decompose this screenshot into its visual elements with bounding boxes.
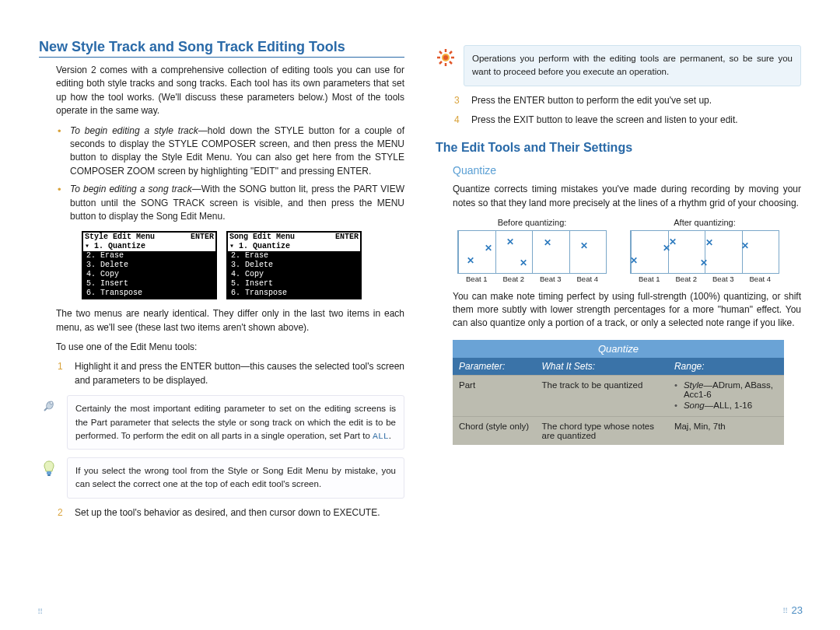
step-text: Highlight it and press the ENTER button—… — [75, 361, 404, 385]
svg-rect-2 — [47, 471, 51, 474]
step-text: Press the ENTER button to perform the ed… — [471, 95, 712, 106]
note-pin: Certainly the most important editing par… — [39, 395, 404, 450]
before-track: ✕ ✕ ✕ ✕ ✕ ✕ — [457, 230, 607, 274]
intro-text: Version 2 comes with a comprehensive col… — [56, 64, 404, 118]
svg-point-13 — [443, 55, 448, 60]
quantize-table: Quantize Parameter: What It Sets: Range:… — [453, 340, 784, 445]
bullet-song-track: To begin editing a song track—With the S… — [56, 183, 404, 223]
all-code: ALL — [373, 431, 389, 441]
bullet-lead: To begin editing a style track — [70, 125, 198, 136]
step-4: 4 Press the EXIT button to leave the scr… — [453, 114, 801, 127]
table-title: Quantize — [453, 340, 784, 358]
step-text: Set up the tool's behavior as desired, a… — [75, 507, 380, 518]
what-cell: The chord type whose notes are quantized — [536, 416, 668, 445]
step-number: 2 — [58, 506, 63, 520]
lightbulb-icon — [39, 457, 59, 478]
range-cell: Maj, Min, 7th — [668, 416, 784, 445]
after-track: ✕ ✕ ✕ ✕ ✕ ✕ — [630, 230, 779, 274]
step-2: 2 Set up the tool's behavior as desired,… — [56, 506, 404, 520]
param-cell: Chord (style only) — [453, 416, 536, 445]
quantize-intro: Quantize corrects timing mistakes you've… — [453, 183, 801, 210]
col-parameter: Parameter: — [453, 358, 536, 376]
warning-note: Operations you perform with the editing … — [436, 45, 801, 86]
menus-note: The two menus are nearly identical. They… — [56, 307, 404, 334]
step-number: 3 — [454, 94, 460, 107]
to-use-label: To use one of the Edit Menu tools: — [56, 341, 404, 354]
lcd-song-edit: Song Edit MenuENTER ▾ 1. Quantize 2. Era… — [226, 231, 362, 299]
thumbtack-icon — [39, 395, 59, 414]
svg-line-10 — [450, 61, 452, 64]
heading-main: New Style Track and Song Track Editing T… — [39, 39, 404, 58]
heading-edit-tools: The Edit Tools and Their Settings — [436, 141, 801, 155]
subheading-quantize: Quantize — [453, 164, 801, 177]
bullet-style-track: To begin editing a style track—hold down… — [56, 124, 404, 179]
lcd-screens: Style Edit MenuENTER ▾ 1. Quantize 2. Er… — [39, 231, 404, 299]
warning-text: Operations you perform with the editing … — [464, 45, 801, 86]
svg-line-9 — [439, 51, 442, 54]
before-caption: Before quantizing: — [457, 218, 607, 227]
col-range: Range: — [668, 358, 784, 376]
quantize-diagram: Before quantizing: ✕ ✕ ✕ ✕ ✕ ✕ Beat 1 — [436, 218, 801, 283]
lcd-style-edit: Style Edit MenuENTER ▾ 1. Quantize 2. Er… — [82, 231, 217, 299]
step-text: Press the EXIT button to leave the scree… — [471, 114, 738, 125]
svg-point-1 — [50, 401, 53, 404]
step-1: 1 Highlight it and press the ENTER butto… — [56, 360, 404, 387]
note-text: If you select the wrong tool from the St… — [67, 457, 404, 499]
warning-icon — [436, 45, 456, 67]
step-number: 1 — [58, 360, 63, 373]
after-caption: After quantizing: — [630, 218, 779, 227]
bullet-lead: To begin editing a song track — [70, 184, 192, 194]
page-number: ⠿23 — [782, 604, 803, 616]
page-decoration-left: ⠿ — [37, 607, 44, 616]
svg-line-12 — [450, 51, 452, 54]
step-number: 4 — [454, 114, 460, 127]
svg-rect-3 — [47, 474, 51, 476]
what-cell: The track to be quantized — [536, 375, 668, 416]
quantize-body: You can make note timing perfect by usin… — [453, 290, 801, 331]
param-cell: Part — [453, 375, 536, 416]
note-text: Certainly the most important editing par… — [75, 404, 396, 440]
note-bulb: If you select the wrong tool from the St… — [39, 457, 404, 499]
svg-line-11 — [439, 61, 442, 64]
step-3: 3 Press the ENTER button to perform the … — [453, 94, 801, 107]
range-cell: Style—ADrum, ABass, Acc1-6 Song—ALL, 1-1… — [668, 375, 784, 416]
col-what: What It Sets: — [536, 358, 668, 376]
